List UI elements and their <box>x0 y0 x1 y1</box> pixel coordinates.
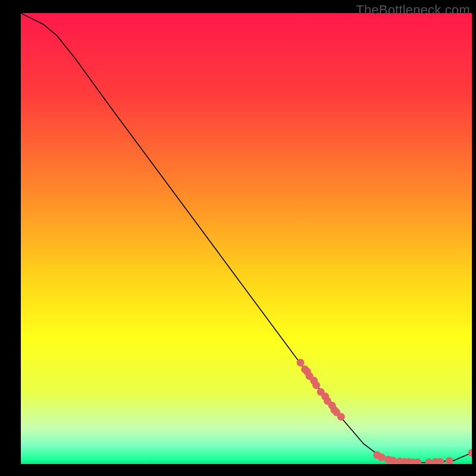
data-point <box>297 359 305 367</box>
data-point <box>389 456 397 464</box>
plot-area <box>21 13 472 464</box>
chart-curve <box>21 13 472 464</box>
data-point <box>337 413 345 421</box>
data-point <box>446 457 453 464</box>
watermark-text: TheBottleneck.com <box>356 2 470 18</box>
data-point <box>468 449 472 457</box>
data-point <box>425 459 433 465</box>
data-point <box>378 453 386 461</box>
data-point <box>312 381 320 389</box>
